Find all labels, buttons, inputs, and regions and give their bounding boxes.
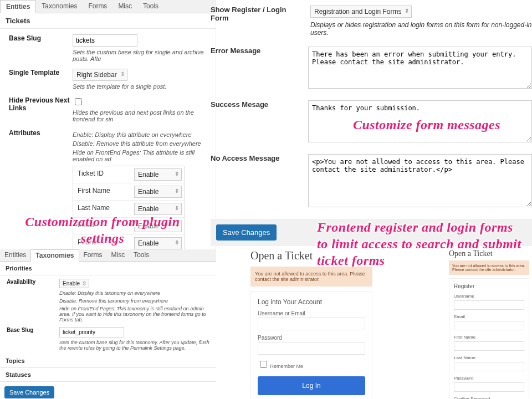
label-attributes: Attributes [9,129,73,137]
login-user-input[interactable] [258,318,365,330]
avail-hint-1: Disable: Remove this taxonomy from every… [59,298,209,304]
top-tabs-2: Entities Taxonomies Forms Misc Tools [0,249,216,262]
tab2-taxonomies[interactable]: Taxonomies [30,249,79,262]
label-single-template: Single Template [9,69,73,90]
section-title-priorities: Priorities [0,262,216,275]
hint-hide-links: Hides the previous and next post links o… [73,109,207,122]
section-title-tickets: Tickets [0,13,216,29]
label-base-slug: Base Slug [9,34,73,62]
label-error-message: Error Message [211,47,297,90]
label-tax-base-slug: Base Slug [7,327,59,351]
reg-field-label: Last Name [454,355,524,360]
login-submit-button[interactable]: Log In [258,376,365,395]
reg-field-input[interactable] [454,341,524,351]
attribute-select[interactable]: Enable [134,186,182,198]
base-slug-input[interactable] [73,34,137,47]
section-title-statuses[interactable]: Statuses [0,368,216,382]
no-access-textarea[interactable]: <p>You are not allowed to access to this… [308,154,532,207]
reg-field-label: Email [454,314,524,319]
attribute-select[interactable]: Enable [134,168,182,181]
attr-hint-1: Disable: Remove this attribute from ever… [73,140,207,147]
reg-field-input[interactable] [454,382,524,392]
section-title-topics[interactable]: Topics [0,354,216,368]
callout-topright: Customize form messages [321,116,532,133]
reg-field-label: Confirm Password [454,396,524,399]
avail-hint-0: Enable: Display this taxonomy on everywh… [59,290,209,296]
tab-taxonomies[interactable]: Taxonomies [36,0,83,13]
label-availability: Availability [7,279,59,285]
remember-me-checkbox[interactable] [260,361,267,368]
error-message-textarea[interactable]: There has been an error when submitting … [308,47,532,89]
attr-hint-2: Hide on FrontEnd Pages: This attribute i… [73,149,207,162]
tax-base-slug-input[interactable] [59,327,124,337]
tab-entities[interactable]: Entities [0,0,36,13]
hide-links-checkbox[interactable] [75,98,82,105]
single-template-select[interactable]: Right Sidebar [73,69,127,81]
reg-field-label: First Name [454,335,524,340]
reg-heading: Register [454,283,524,289]
availability-select[interactable]: Enable [59,279,89,288]
reg-field-label: Password [454,376,524,381]
save-changes-button-forms[interactable]: Save Changes [216,224,277,241]
login-user-label: Username or Email [258,310,365,316]
tax-slug-hint: Sets the custom base slug for this taxon… [59,340,209,351]
hint-base-slug: Sets the custom base slug for single and… [73,49,207,62]
top-tabs-1: Entities Taxonomies Forms Misc Tools [0,0,216,13]
login-heading: Log into Your Account [258,298,365,306]
tab-tools[interactable]: Tools [137,0,164,13]
attribute-name: First Name [73,183,132,200]
save-changes-button-tax[interactable]: Save Changes [4,386,54,398]
tab2-entities[interactable]: Entities [0,249,30,261]
reg-field-label: Username [454,294,524,299]
label-hide-links: Hide Previous Next Links [9,96,73,122]
login-pass-label: Password [258,335,365,341]
help-show-register: Displays or hides registration and login… [310,21,532,37]
remember-me-label: Remember Me [270,364,304,369]
tab2-forms[interactable]: Forms [79,249,107,261]
tab-forms[interactable]: Forms [83,0,112,13]
reg-warn: You are not allowed to access to this ar… [449,260,529,275]
login-warn: You are not allowed to access to this ar… [250,267,372,287]
login-ticket-title: Open a Ticket [250,249,372,262]
tab2-tools[interactable]: Tools [129,249,154,261]
reg-field-input[interactable] [454,362,524,371]
label-success-message: Success Mesage [211,100,297,144]
callout-left: Customization from plugin settings [19,213,186,247]
attribute-name: Ticket ID [73,166,132,183]
tab2-misc[interactable]: Misc [107,249,130,261]
hint-single-template: Sets the template for a single post. [73,83,207,90]
reg-ticket-title: Open a Ticket [449,249,529,258]
attribute-row: Ticket IDEnable [73,166,184,183]
reg-field-input[interactable] [454,321,524,330]
show-register-select[interactable]: Registration and Login Forms [310,6,412,18]
tab-misc[interactable]: Misc [112,0,137,13]
label-show-register: Show Register / Login Form [211,6,299,37]
login-pass-input[interactable] [258,342,365,355]
attribute-row: First NameEnable [73,183,184,201]
avail-hint-2: Hide on FrontEnd Pages: This taxonomy is… [59,306,209,323]
label-no-access-message: No Access Message [211,154,297,209]
attr-hint-0: Enable: Display this attribute on everyw… [73,131,207,138]
reg-field-input[interactable] [454,300,524,310]
